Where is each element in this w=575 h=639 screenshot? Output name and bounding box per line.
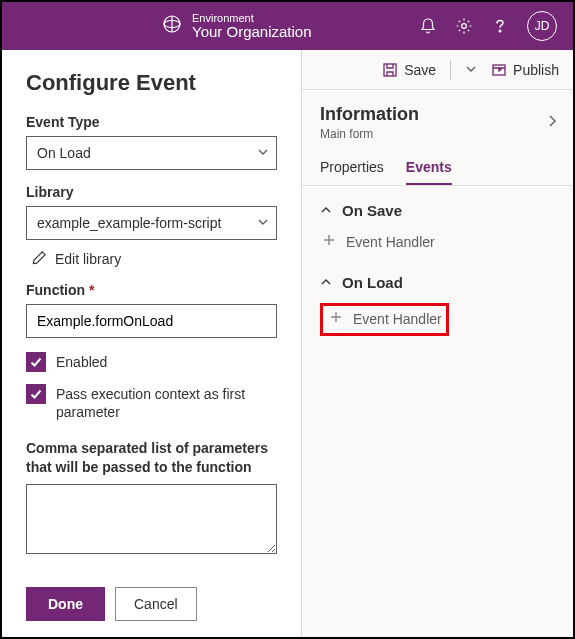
on-load-section: On Load Event Handler [302,258,573,340]
panel-tabs: Properties Events [302,149,573,186]
enabled-checkbox[interactable] [26,352,46,372]
configure-event-panel: Configure Event Event Type On Load Libra… [2,50,302,637]
information-subtitle: Main form [320,127,419,141]
on-save-section: On Save Event Handler [302,186,573,258]
event-type-value: On Load [37,145,91,161]
pass-context-checkbox[interactable] [26,384,46,404]
svg-rect-4 [384,64,396,76]
environment-org-name: Your Organization [192,24,419,41]
parameters-textarea[interactable] [26,484,277,554]
pencil-icon [32,250,47,268]
edit-library-text: Edit library [55,251,121,267]
library-select[interactable]: example_example-form-script [26,206,277,240]
chevron-right-icon[interactable] [545,114,559,132]
save-button[interactable]: Save [382,62,436,78]
library-label: Library [26,184,277,200]
event-type-label: Event Type [26,114,277,130]
save-chevron-down-icon[interactable] [465,62,477,78]
top-app-bar: Environment Your Organization JD [2,2,573,50]
environment-label: Environment [192,12,419,24]
pass-context-label: Pass execution context as first paramete… [56,384,277,421]
environment-icon [162,14,182,38]
notifications-icon[interactable] [419,17,437,35]
publish-button[interactable]: Publish [491,62,559,78]
enabled-label: Enabled [56,352,107,371]
cancel-button[interactable]: Cancel [115,587,197,621]
on-save-header[interactable]: On Save [320,202,555,219]
user-avatar[interactable]: JD [527,11,557,41]
add-event-handler-onsave[interactable]: Event Handler [320,231,555,254]
plus-icon [322,233,336,250]
tab-events[interactable]: Events [406,159,452,185]
highlighted-event-handler: Event Handler [320,303,449,336]
panel-title: Configure Event [26,70,277,96]
function-label: Function * [26,282,277,298]
information-header: Information Main form [302,90,573,149]
publish-label: Publish [513,62,559,78]
done-button[interactable]: Done [26,587,105,621]
event-handler-label: Event Handler [353,311,442,327]
divider [450,60,451,80]
svg-point-2 [462,24,467,29]
plus-icon [329,310,343,327]
help-icon[interactable] [491,17,509,35]
parameters-label: Comma separated list of parameters that … [26,439,277,475]
event-handler-label: Event Handler [346,234,435,250]
command-bar: Save Publish [302,50,573,90]
event-type-select[interactable]: On Load [26,136,277,170]
function-input[interactable] [26,304,277,338]
right-panel: Save Publish Information Main form Prope… [302,50,573,637]
on-load-header[interactable]: On Load [320,274,555,291]
tab-properties[interactable]: Properties [320,159,384,185]
on-load-label: On Load [342,274,403,291]
svg-point-3 [499,30,501,32]
on-save-label: On Save [342,202,402,219]
library-value: example_example-form-script [37,215,221,231]
edit-library-link[interactable]: Edit library [32,250,277,268]
information-title: Information [320,104,419,125]
save-label: Save [404,62,436,78]
add-event-handler-onload[interactable]: Event Handler [327,308,442,331]
chevron-up-icon [320,202,332,219]
environment-block[interactable]: Environment Your Organization [192,12,419,41]
chevron-up-icon [320,274,332,291]
settings-icon[interactable] [455,17,473,35]
